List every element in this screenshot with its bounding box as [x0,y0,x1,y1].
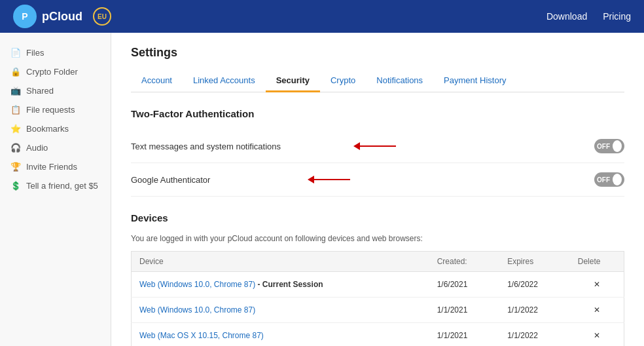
sidebar-label-invite: Invite Friends [26,162,77,172]
logo-text: pCloud [42,10,82,24]
sidebar-label-referral: Tell a friend, get $5 [26,181,98,191]
referral-icon: 💲 [10,181,21,191]
header: P pCloud EU Download Pricing [0,0,644,33]
devices-title: Devices [131,212,624,223]
sidebar-label-crypto-folder: Crypto Folder [26,67,78,77]
bookmarks-icon: ⭐ [10,124,21,134]
col-header-expires: Expires [499,252,570,272]
layout: 📄 Files 🔒 Crypto Folder 📺 Shared 📋 File … [0,33,644,346]
device-link-0: Web (Windows 10.0, Chrome 87) [139,280,255,289]
device-created-0: 1/6/2021 [429,272,500,298]
sidebar-label-file-requests: File requests [26,105,75,115]
col-header-created: Created: [429,252,500,272]
logo: P pCloud EU [13,5,111,28]
logo-icon: P [13,5,37,28]
devices-table: Device Created: Expires Delete Web (Wind… [131,251,624,346]
sidebar-item-referral[interactable]: 💲 Tell a friend, get $5 [0,176,111,195]
device-expires-2: 1/1/2022 [499,323,570,347]
tfa-row-google: Google Authenticator OFF [131,163,624,197]
device-name-0: Web (Windows 10.0, Chrome 87) - Current … [132,272,429,298]
page-title: Settings [131,46,624,60]
devices-subtitle-prefix: You are logged in with your [131,234,228,243]
table-row: Web (Mac OS X 10.15, Chrome 87) 1/1/2021… [132,323,624,347]
col-header-device: Device [132,252,429,272]
sidebar-item-invite-friends[interactable]: 🏆 Invite Friends [0,157,111,176]
toggle-google-knob [613,174,622,185]
tab-linked-accounts[interactable]: Linked Accounts [183,70,266,92]
tfa-google-label: Google Authenticator [131,175,594,185]
tab-notifications[interactable]: Notifications [366,70,433,92]
header-nav: Download Pricing [546,11,631,22]
crypto-folder-icon: 🔒 [10,67,21,77]
toggle-sms-knob [613,140,622,152]
device-expires-0: 1/6/2022 [499,272,570,298]
sidebar-label-files: Files [26,48,44,58]
devices-subtitle-link: pCloud account on following devices and … [228,234,423,243]
table-row: Web (Windows 10.0, Chrome 87) 1/1/2021 1… [132,298,624,323]
toggle-google-label: OFF [597,176,610,183]
delete-button-0[interactable]: ✕ [570,272,624,298]
device-link-2: Web (Mac OS X 10.15, Chrome 87) [139,331,264,340]
eu-badge: EU [93,7,111,26]
audio-icon: 🎧 [10,143,21,153]
delete-button-1[interactable]: ✕ [570,298,624,323]
sidebar-label-shared: Shared [26,86,54,96]
col-header-delete: Delete [570,252,624,272]
device-name-1: Web (Windows 10.0, Chrome 87) [132,298,429,323]
devices-subtitle: You are logged in with your pCloud accou… [131,234,624,243]
tfa-row-sms: Text messages and system notifications O… [131,130,624,163]
current-session-label: - Current Session [255,280,323,289]
sidebar-label-bookmarks: Bookmarks [26,124,69,134]
file-requests-icon: 📋 [10,105,21,115]
table-header-row: Device Created: Expires Delete [132,252,624,272]
nav-download[interactable]: Download [546,11,587,22]
tabs: Account Linked Accounts Security Crypto … [131,70,624,92]
device-link-1: Web (Windows 10.0, Chrome 87) [139,305,255,315]
shared-icon: 📺 [10,86,21,96]
tab-payment-history[interactable]: Payment History [433,70,516,92]
toggle-google[interactable]: OFF [594,172,624,187]
sidebar-item-audio[interactable]: 🎧 Audio [0,138,111,157]
tfa-title: Two-Factor Authentication [131,108,624,119]
sidebar-item-crypto-folder[interactable]: 🔒 Crypto Folder [0,62,111,81]
files-icon: 📄 [10,48,21,58]
main-content: Settings Account Linked Accounts Securit… [111,33,644,346]
device-expires-1: 1/1/2022 [499,298,570,323]
device-created-2: 1/1/2021 [429,323,500,347]
sidebar-label-audio: Audio [26,143,48,153]
device-created-1: 1/1/2021 [429,298,500,323]
tab-account[interactable]: Account [131,70,183,92]
toggle-sms[interactable]: OFF [594,139,624,153]
toggle-sms-label: OFF [597,143,610,150]
sidebar-item-files[interactable]: 📄 Files [0,43,111,62]
delete-button-2[interactable]: ✕ [570,323,624,347]
invite-icon: 🏆 [10,162,21,172]
tfa-sms-label: Text messages and system notifications [131,142,594,151]
tab-security[interactable]: Security [266,70,320,92]
sidebar-item-bookmarks[interactable]: ⭐ Bookmarks [0,119,111,138]
sidebar-item-shared[interactable]: 📺 Shared [0,81,111,100]
table-row: Web (Windows 10.0, Chrome 87) - Current … [132,272,624,298]
device-name-2: Web (Mac OS X 10.15, Chrome 87) [132,323,429,347]
tab-crypto[interactable]: Crypto [320,70,366,92]
devices-section: Devices You are logged in with your pClo… [131,212,624,346]
sidebar: 📄 Files 🔒 Crypto Folder 📺 Shared 📋 File … [0,33,111,346]
nav-pricing[interactable]: Pricing [603,11,631,22]
sidebar-item-file-requests[interactable]: 📋 File requests [0,100,111,119]
logo-letter: P [22,11,27,22]
